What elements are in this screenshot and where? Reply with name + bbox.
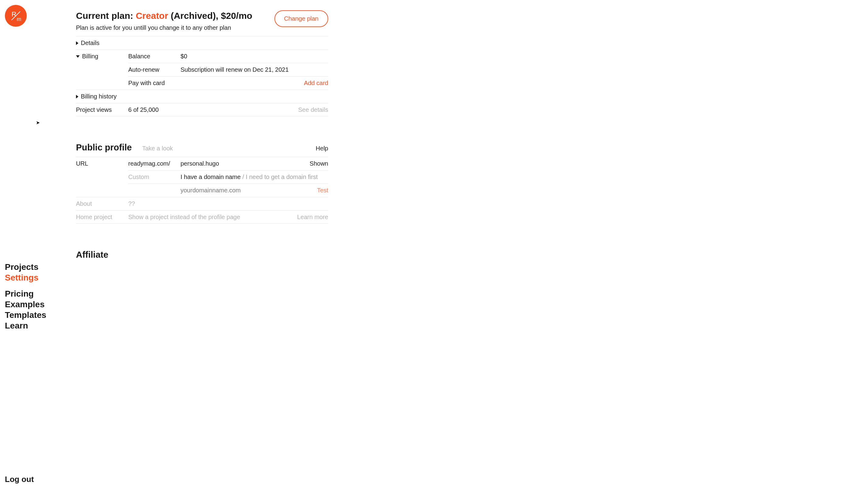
nav-examples[interactable]: Examples bbox=[5, 299, 68, 310]
plan-suffix: (Archived), $20/mo bbox=[168, 10, 252, 21]
balance-label: Balance bbox=[128, 53, 180, 60]
domain-input-row: Test bbox=[128, 183, 328, 197]
paywithcard-label: Pay with card bbox=[128, 80, 180, 87]
custom-domain-row: Custom I have a domain name / I need to … bbox=[128, 170, 328, 183]
cursor-icon: ➤ bbox=[36, 120, 40, 125]
chevron-down-icon bbox=[76, 55, 80, 58]
nav-logout[interactable]: Log out bbox=[5, 475, 68, 487]
add-card-link[interactable]: Add card bbox=[304, 80, 328, 87]
autorenew-row: Auto-renew Subscription will renew on De… bbox=[128, 63, 328, 76]
project-views-label: Project views bbox=[76, 106, 112, 113]
autorenew-value: Subscription will renew on Dec 21, 2021 bbox=[180, 66, 328, 73]
billing-history-row[interactable]: Billing history bbox=[76, 90, 328, 103]
domain-name-input[interactable] bbox=[180, 187, 257, 194]
details-row[interactable]: Details bbox=[76, 36, 328, 50]
need-domain-option[interactable]: I need to get a domain first bbox=[246, 174, 318, 180]
project-views-row: Project views 6 of 25,000 See details bbox=[76, 103, 328, 116]
change-plan-button[interactable]: Change plan bbox=[274, 10, 328, 27]
details-label: Details bbox=[81, 40, 99, 47]
billing-history-label: Billing history bbox=[81, 93, 117, 100]
plan-prefix: Current plan: bbox=[76, 10, 136, 21]
autorenew-label: Auto-renew bbox=[128, 66, 180, 73]
test-domain-link[interactable]: Test bbox=[317, 187, 328, 194]
balance-value: $0 bbox=[180, 53, 328, 60]
url-row: URL readymag.com/ personal.hugo Shown bbox=[76, 157, 328, 170]
paywithcard-row: Pay with card Add card bbox=[128, 76, 328, 90]
url-prefix: readymag.com/ bbox=[128, 160, 180, 167]
plan-subtitle: Plan is active for you untill you change… bbox=[76, 24, 252, 31]
about-row: About ?? bbox=[76, 197, 328, 210]
logo-m: m bbox=[17, 16, 21, 23]
url-shown[interactable]: Shown bbox=[310, 160, 328, 167]
about-value[interactable]: ?? bbox=[128, 200, 328, 207]
help-link[interactable]: Help bbox=[316, 145, 328, 152]
custom-label: Custom bbox=[128, 174, 180, 180]
home-project-desc: Show a project instead of the profile pa… bbox=[128, 214, 297, 221]
learn-more-link[interactable]: Learn more bbox=[297, 214, 328, 221]
public-profile-title: Public profile bbox=[76, 143, 132, 152]
chevron-right-icon bbox=[76, 95, 78, 98]
nav-settings[interactable]: Settings bbox=[5, 272, 68, 283]
nav-pricing[interactable]: Pricing bbox=[5, 288, 68, 299]
billing-toggle[interactable]: Billing bbox=[76, 53, 128, 60]
project-views-value: 6 of 25,000 bbox=[128, 106, 298, 113]
logo[interactable]: R m bbox=[5, 5, 27, 27]
about-label: About bbox=[76, 200, 128, 207]
nav-learn[interactable]: Learn bbox=[5, 320, 68, 331]
option-separator: / bbox=[241, 174, 246, 180]
plan-name: Creator bbox=[136, 10, 168, 21]
url-label: URL bbox=[76, 160, 128, 167]
see-details-link[interactable]: See details bbox=[298, 106, 328, 113]
billing-label: Billing bbox=[82, 53, 98, 60]
billing-balance-row: Billing Balance $0 bbox=[76, 50, 328, 63]
nav-projects[interactable]: Projects bbox=[5, 262, 68, 272]
chevron-right-icon bbox=[76, 41, 78, 45]
url-value[interactable]: personal.hugo bbox=[180, 160, 310, 167]
affiliate-title: Affiliate bbox=[76, 250, 328, 260]
home-project-row: Home project Show a project instead of t… bbox=[76, 210, 328, 224]
have-domain-option[interactable]: I have a domain name bbox=[180, 174, 241, 180]
nav-templates[interactable]: Templates bbox=[5, 310, 68, 320]
take-a-look-link[interactable]: Take a look bbox=[142, 145, 173, 152]
home-project-label: Home project bbox=[76, 214, 128, 221]
plan-title: Current plan: Creator (Archived), $20/mo bbox=[76, 10, 252, 21]
